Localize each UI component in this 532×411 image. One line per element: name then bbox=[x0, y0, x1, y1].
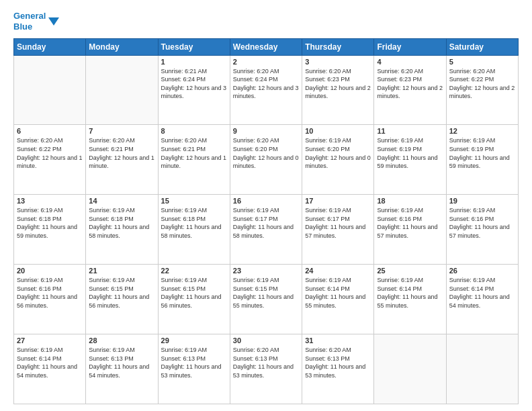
day-cell: 18Sunrise: 6:19 AM Sunset: 6:16 PM Dayli… bbox=[374, 195, 446, 265]
svg-marker-0 bbox=[48, 17, 59, 26]
day-cell: 7Sunrise: 6:20 AM Sunset: 6:21 PM Daylig… bbox=[86, 125, 158, 195]
day-number: 26 bbox=[449, 267, 515, 275]
day-cell: 4Sunrise: 6:20 AM Sunset: 6:23 PM Daylig… bbox=[374, 55, 446, 125]
day-cell: 25Sunrise: 6:19 AM Sunset: 6:14 PM Dayli… bbox=[374, 265, 446, 334]
day-number: 24 bbox=[305, 267, 371, 275]
day-cell: 26Sunrise: 6:19 AM Sunset: 6:14 PM Dayli… bbox=[446, 265, 518, 334]
day-info: Sunrise: 6:19 AM Sunset: 6:16 PM Dayligh… bbox=[449, 206, 515, 240]
day-info: Sunrise: 6:19 AM Sunset: 6:19 PM Dayligh… bbox=[449, 136, 515, 170]
day-cell: 8Sunrise: 6:20 AM Sunset: 6:21 PM Daylig… bbox=[158, 125, 230, 195]
day-number: 9 bbox=[233, 127, 299, 135]
day-cell: 17Sunrise: 6:19 AM Sunset: 6:17 PM Dayli… bbox=[302, 195, 374, 265]
header: General Blue bbox=[13, 11, 519, 33]
day-info: Sunrise: 6:19 AM Sunset: 6:13 PM Dayligh… bbox=[161, 346, 227, 379]
day-info: Sunrise: 6:20 AM Sunset: 6:21 PM Dayligh… bbox=[89, 136, 154, 170]
day-cell: 10Sunrise: 6:19 AM Sunset: 6:20 PM Dayli… bbox=[302, 125, 374, 195]
day-cell bbox=[446, 334, 518, 404]
day-info: Sunrise: 6:19 AM Sunset: 6:14 PM Dayligh… bbox=[305, 276, 371, 310]
day-number: 10 bbox=[305, 127, 371, 135]
day-cell bbox=[14, 55, 86, 125]
day-number: 12 bbox=[449, 127, 515, 135]
weekday-header-tuesday: Tuesday bbox=[158, 38, 230, 55]
day-info: Sunrise: 6:20 AM Sunset: 6:13 PM Dayligh… bbox=[305, 346, 371, 379]
day-info: Sunrise: 6:19 AM Sunset: 6:15 PM Dayligh… bbox=[161, 276, 227, 310]
day-info: Sunrise: 6:19 AM Sunset: 6:16 PM Dayligh… bbox=[377, 206, 443, 240]
day-info: Sunrise: 6:19 AM Sunset: 6:17 PM Dayligh… bbox=[305, 206, 371, 240]
logo: General Blue bbox=[13, 11, 60, 33]
day-info: Sunrise: 6:20 AM Sunset: 6:22 PM Dayligh… bbox=[17, 136, 83, 170]
day-cell: 3Sunrise: 6:20 AM Sunset: 6:23 PM Daylig… bbox=[302, 55, 374, 125]
logo-chevron-icon bbox=[47, 15, 60, 28]
day-info: Sunrise: 6:20 AM Sunset: 6:24 PM Dayligh… bbox=[233, 67, 299, 101]
day-number: 14 bbox=[89, 197, 154, 205]
weekday-header-monday: Monday bbox=[86, 38, 158, 55]
day-number: 28 bbox=[89, 336, 154, 345]
day-info: Sunrise: 6:19 AM Sunset: 6:20 PM Dayligh… bbox=[305, 136, 371, 170]
day-info: Sunrise: 6:20 AM Sunset: 6:23 PM Dayligh… bbox=[305, 67, 371, 101]
week-row-3: 13Sunrise: 6:19 AM Sunset: 6:18 PM Dayli… bbox=[14, 195, 519, 265]
day-info: Sunrise: 6:19 AM Sunset: 6:14 PM Dayligh… bbox=[17, 346, 83, 379]
weekday-header-thursday: Thursday bbox=[302, 38, 374, 55]
day-number: 20 bbox=[17, 267, 83, 275]
day-number: 2 bbox=[233, 58, 299, 66]
day-cell: 1Sunrise: 6:21 AM Sunset: 6:24 PM Daylig… bbox=[158, 55, 230, 125]
day-number: 16 bbox=[233, 197, 299, 205]
week-row-2: 6Sunrise: 6:20 AM Sunset: 6:22 PM Daylig… bbox=[14, 125, 519, 195]
logo-line1: General bbox=[13, 11, 46, 21]
day-info: Sunrise: 6:19 AM Sunset: 6:15 PM Dayligh… bbox=[89, 276, 154, 310]
day-number: 13 bbox=[17, 197, 83, 205]
day-cell: 11Sunrise: 6:19 AM Sunset: 6:19 PM Dayli… bbox=[374, 125, 446, 195]
day-number: 23 bbox=[233, 267, 299, 275]
day-cell: 16Sunrise: 6:19 AM Sunset: 6:17 PM Dayli… bbox=[230, 195, 302, 265]
day-number: 21 bbox=[89, 267, 154, 275]
day-cell: 23Sunrise: 6:19 AM Sunset: 6:15 PM Dayli… bbox=[230, 265, 302, 334]
day-info: Sunrise: 6:20 AM Sunset: 6:20 PM Dayligh… bbox=[233, 136, 299, 170]
day-info: Sunrise: 6:19 AM Sunset: 6:18 PM Dayligh… bbox=[17, 206, 83, 240]
day-cell: 28Sunrise: 6:19 AM Sunset: 6:13 PM Dayli… bbox=[86, 334, 158, 404]
day-cell bbox=[86, 55, 158, 125]
weekday-header-sunday: Sunday bbox=[14, 38, 86, 55]
day-info: Sunrise: 6:19 AM Sunset: 6:13 PM Dayligh… bbox=[89, 346, 154, 379]
day-info: Sunrise: 6:20 AM Sunset: 6:22 PM Dayligh… bbox=[449, 67, 515, 101]
weekday-header-wednesday: Wednesday bbox=[230, 38, 302, 55]
day-info: Sunrise: 6:19 AM Sunset: 6:14 PM Dayligh… bbox=[377, 276, 443, 310]
day-info: Sunrise: 6:21 AM Sunset: 6:24 PM Dayligh… bbox=[161, 67, 227, 101]
day-info: Sunrise: 6:19 AM Sunset: 6:15 PM Dayligh… bbox=[233, 276, 299, 310]
day-cell: 20Sunrise: 6:19 AM Sunset: 6:16 PM Dayli… bbox=[14, 265, 86, 334]
day-info: Sunrise: 6:20 AM Sunset: 6:21 PM Dayligh… bbox=[161, 136, 227, 170]
day-info: Sunrise: 6:19 AM Sunset: 6:19 PM Dayligh… bbox=[377, 136, 443, 170]
day-number: 6 bbox=[17, 127, 83, 135]
day-cell: 31Sunrise: 6:20 AM Sunset: 6:13 PM Dayli… bbox=[302, 334, 374, 404]
day-number: 7 bbox=[89, 127, 154, 135]
logo-line2: Blue bbox=[13, 21, 46, 32]
day-number: 27 bbox=[17, 336, 83, 345]
day-cell: 5Sunrise: 6:20 AM Sunset: 6:22 PM Daylig… bbox=[446, 55, 518, 125]
day-number: 8 bbox=[161, 127, 227, 135]
day-cell: 29Sunrise: 6:19 AM Sunset: 6:13 PM Dayli… bbox=[158, 334, 230, 404]
day-number: 1 bbox=[161, 58, 227, 66]
weekday-header-row: SundayMondayTuesdayWednesdayThursdayFrid… bbox=[14, 38, 519, 55]
week-row-1: 1Sunrise: 6:21 AM Sunset: 6:24 PM Daylig… bbox=[14, 55, 519, 125]
week-row-4: 20Sunrise: 6:19 AM Sunset: 6:16 PM Dayli… bbox=[14, 265, 519, 334]
weekday-header-saturday: Saturday bbox=[446, 38, 518, 55]
day-cell: 12Sunrise: 6:19 AM Sunset: 6:19 PM Dayli… bbox=[446, 125, 518, 195]
day-cell: 2Sunrise: 6:20 AM Sunset: 6:24 PM Daylig… bbox=[230, 55, 302, 125]
day-info: Sunrise: 6:20 AM Sunset: 6:23 PM Dayligh… bbox=[377, 67, 443, 101]
day-cell: 13Sunrise: 6:19 AM Sunset: 6:18 PM Dayli… bbox=[14, 195, 86, 265]
day-cell: 19Sunrise: 6:19 AM Sunset: 6:16 PM Dayli… bbox=[446, 195, 518, 265]
day-cell: 30Sunrise: 6:20 AM Sunset: 6:13 PM Dayli… bbox=[230, 334, 302, 404]
day-cell: 21Sunrise: 6:19 AM Sunset: 6:15 PM Dayli… bbox=[86, 265, 158, 334]
day-number: 25 bbox=[377, 267, 443, 275]
day-number: 5 bbox=[449, 58, 515, 66]
day-info: Sunrise: 6:19 AM Sunset: 6:18 PM Dayligh… bbox=[89, 206, 154, 240]
day-number: 3 bbox=[305, 58, 371, 66]
day-info: Sunrise: 6:19 AM Sunset: 6:16 PM Dayligh… bbox=[17, 276, 83, 310]
day-cell: 24Sunrise: 6:19 AM Sunset: 6:14 PM Dayli… bbox=[302, 265, 374, 334]
day-cell: 22Sunrise: 6:19 AM Sunset: 6:15 PM Dayli… bbox=[158, 265, 230, 334]
day-number: 31 bbox=[305, 336, 371, 345]
day-cell bbox=[374, 334, 446, 404]
day-cell: 14Sunrise: 6:19 AM Sunset: 6:18 PM Dayli… bbox=[86, 195, 158, 265]
day-info: Sunrise: 6:20 AM Sunset: 6:13 PM Dayligh… bbox=[233, 346, 299, 379]
day-number: 17 bbox=[305, 197, 371, 205]
calendar-table: SundayMondayTuesdayWednesdayThursdayFrid… bbox=[13, 38, 519, 405]
